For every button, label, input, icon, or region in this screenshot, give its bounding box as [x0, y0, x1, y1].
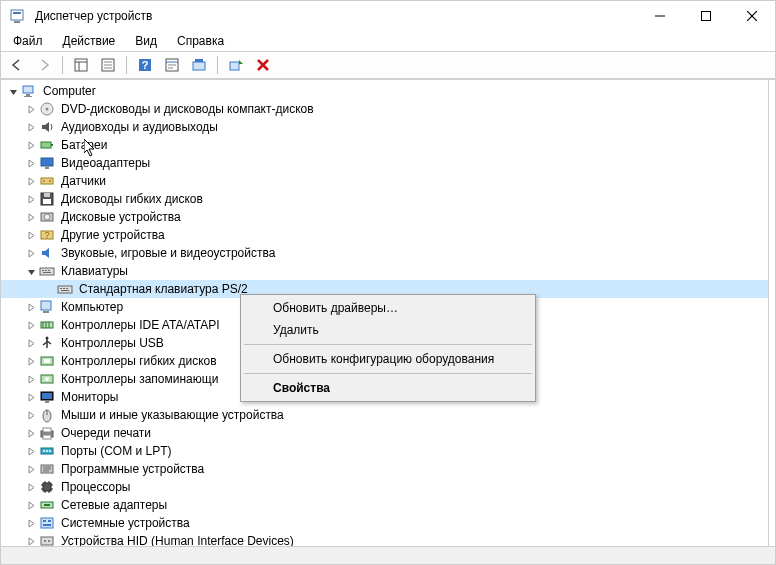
mouse-icon	[39, 407, 55, 423]
svg-point-78	[46, 450, 48, 452]
tree-category[interactable]: Аудиовходы и аудиовыходы	[1, 118, 768, 136]
expand-icon[interactable]	[23, 515, 39, 531]
expand-icon[interactable]	[23, 299, 39, 315]
expand-icon[interactable]	[23, 191, 39, 207]
expand-icon[interactable]	[23, 227, 39, 243]
window-title: Диспетчер устройств	[35, 9, 637, 23]
tree-category[interactable]: Звуковые, игровые и видеоустройства	[1, 244, 768, 262]
svg-rect-22	[230, 62, 239, 70]
expand-icon[interactable]	[23, 155, 39, 171]
tree-item-label: Контроллеры гибких дисков	[59, 354, 219, 368]
expand-icon[interactable]	[23, 497, 39, 513]
tree-item-label: Компьютер	[59, 300, 125, 314]
svg-rect-74	[43, 428, 51, 432]
tree-category[interactable]: Порты (COM и LPT)	[1, 442, 768, 460]
scan-hardware-button[interactable]	[224, 53, 248, 77]
expand-icon[interactable]	[23, 335, 39, 351]
expand-icon[interactable]	[23, 353, 39, 369]
expand-icon[interactable]	[23, 173, 39, 189]
expand-icon[interactable]	[23, 425, 39, 441]
expand-icon[interactable]	[23, 389, 39, 405]
expand-icon[interactable]	[23, 479, 39, 495]
svg-point-101	[48, 540, 50, 542]
expand-icon[interactable]	[23, 407, 39, 423]
ctx-rescan[interactable]: Обновить конфигурацию оборудования	[243, 348, 533, 370]
forward-button[interactable]	[32, 53, 56, 77]
svg-point-29	[46, 108, 49, 111]
hid-icon	[39, 533, 55, 546]
show-hide-tree-button[interactable]	[69, 53, 93, 77]
tree-item-label: Другие устройства	[59, 228, 167, 242]
floppy-icon	[39, 191, 55, 207]
tree-category[interactable]: Батареи	[1, 136, 768, 154]
menu-view[interactable]: Вид	[131, 32, 161, 50]
close-button[interactable]	[729, 1, 775, 31]
tree-category[interactable]: Процессоры	[1, 478, 768, 496]
expand-icon[interactable]	[23, 101, 39, 117]
expand-icon[interactable]	[23, 371, 39, 387]
maximize-button[interactable]	[683, 1, 729, 31]
svg-text:?: ?	[44, 230, 49, 240]
tree-category[interactable]: Дисководы гибких дисков	[1, 190, 768, 208]
ctx-update-drivers[interactable]: Обновить драйверы…	[243, 297, 533, 319]
tree-item-label: DVD-дисководы и дисководы компакт-дисков	[59, 102, 316, 116]
expand-icon[interactable]	[23, 461, 39, 477]
tree-item-label: Мониторы	[59, 390, 120, 404]
ctx-delete[interactable]: Удалить	[243, 319, 533, 341]
uninstall-button[interactable]	[251, 53, 275, 77]
expand-icon[interactable]	[23, 209, 39, 225]
back-button[interactable]	[5, 53, 29, 77]
properties-button[interactable]	[96, 53, 120, 77]
tree-category[interactable]: Датчики	[1, 172, 768, 190]
expand-icon[interactable]	[23, 245, 39, 261]
svg-rect-50	[60, 288, 62, 289]
tree-category[interactable]: DVD-дисководы и дисководы компакт-дисков	[1, 100, 768, 118]
menu-action[interactable]: Действие	[59, 32, 120, 50]
menu-file[interactable]: Файл	[9, 32, 47, 50]
titlebar: Диспетчер устройств	[1, 1, 775, 31]
expand-icon[interactable]	[23, 119, 39, 135]
tree-item-label: Клавиатуры	[59, 264, 130, 278]
svg-rect-49	[58, 286, 72, 293]
minimize-button[interactable]	[637, 1, 683, 31]
tree-category[interactable]: Устройства HID (Human Interface Devices)	[1, 532, 768, 546]
svg-rect-46	[45, 270, 47, 271]
help-button[interactable]: ?	[133, 53, 157, 77]
collapse-icon[interactable]	[23, 263, 39, 279]
ctx-properties[interactable]: Свойства	[243, 377, 533, 399]
tree-category[interactable]: Видеоадаптеры	[1, 154, 768, 172]
svg-rect-2	[14, 21, 20, 23]
keyboard-icon	[39, 263, 55, 279]
tree-root[interactable]: Computer	[1, 82, 768, 100]
tree-category[interactable]: Дисковые устройства	[1, 208, 768, 226]
expand-icon[interactable]	[23, 317, 39, 333]
svg-rect-26	[26, 94, 30, 96]
list-view-button[interactable]	[160, 53, 184, 77]
tree-category[interactable]: Системные устройства	[1, 514, 768, 532]
svg-rect-4	[702, 12, 711, 21]
tree-category[interactable]: Программные устройства	[1, 460, 768, 478]
svg-point-41	[44, 214, 50, 220]
expand-icon[interactable]	[23, 443, 39, 459]
soft-icon	[39, 461, 55, 477]
collapse-icon[interactable]	[5, 83, 21, 99]
tree-item-label: Датчики	[59, 174, 108, 188]
keyboard-icon	[57, 281, 73, 297]
svg-rect-97	[48, 520, 51, 522]
menu-help[interactable]: Справка	[173, 32, 228, 50]
tree-category[interactable]: Сетевые адаптеры	[1, 496, 768, 514]
expand-icon[interactable]	[23, 137, 39, 153]
tree-category[interactable]: Мыши и иные указывающие устройства	[1, 406, 768, 424]
app-icon	[9, 8, 25, 24]
update-driver-button[interactable]	[187, 53, 211, 77]
svg-rect-45	[42, 270, 44, 271]
svg-rect-30	[41, 142, 51, 148]
statusbar	[1, 546, 775, 564]
sys-icon	[39, 515, 55, 531]
tree-category[interactable]: Клавиатуры	[1, 262, 768, 280]
tree-category[interactable]: Очереди печати	[1, 424, 768, 442]
svg-point-100	[44, 540, 46, 542]
expand-icon[interactable]	[23, 533, 39, 546]
computer-icon	[39, 299, 55, 315]
tree-category[interactable]: ?Другие устройства	[1, 226, 768, 244]
